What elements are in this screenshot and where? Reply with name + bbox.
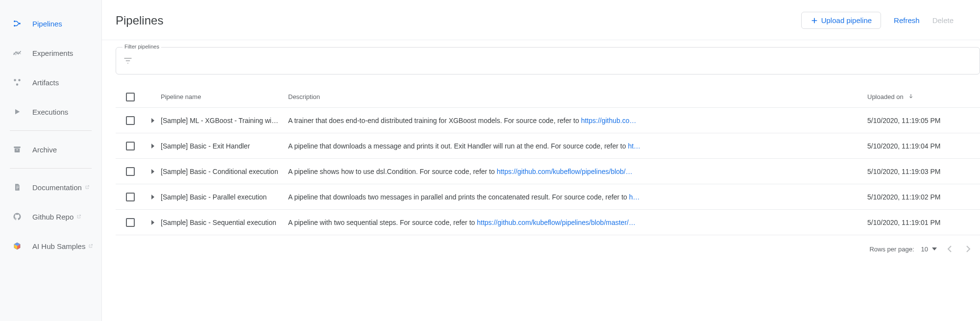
- expand-row-icon[interactable]: [151, 195, 154, 199]
- main-content: Pipelines Upload pipeline Refresh Delete…: [102, 0, 980, 321]
- table-row[interactable]: [Sample] Basic - Sequential execution A …: [116, 210, 980, 235]
- sidebar-item-label: Executions: [32, 108, 68, 116]
- chevron-left-icon: [947, 246, 952, 252]
- expand-row-icon[interactable]: [151, 220, 154, 225]
- pipeline-uploaded: 5/10/2020, 11:19:05 PM: [867, 117, 980, 124]
- svg-rect-8: [17, 149, 18, 150]
- filter-icon: [123, 57, 133, 65]
- pipeline-description: A pipeline that downloads two messages i…: [288, 193, 867, 201]
- refresh-button[interactable]: Refresh: [894, 16, 920, 25]
- table-row[interactable]: [Sample] Basic - Parallel execution A pi…: [116, 184, 980, 210]
- external-link-icon: [76, 214, 81, 219]
- svg-rect-7: [15, 148, 20, 152]
- filter-input[interactable]: [116, 47, 980, 74]
- sidebar-item-ai-hub-samples[interactable]: AI Hub Samples: [0, 231, 101, 261]
- pipelines-icon: [12, 18, 23, 29]
- sidebar-separator: [10, 168, 92, 169]
- pipeline-uploaded: 5/10/2020, 11:19:03 PM: [867, 168, 980, 175]
- pipeline-description: A pipeline shows how to use dsl.Conditio…: [288, 168, 867, 175]
- external-link-icon: [88, 244, 93, 248]
- expand-row-icon[interactable]: [151, 144, 154, 148]
- sidebar-separator: [10, 130, 92, 131]
- expand-row-icon[interactable]: [151, 118, 154, 123]
- pipeline-description: A trainer that does end-to-end distribut…: [288, 117, 867, 124]
- plus-icon: [810, 17, 818, 25]
- pipeline-name[interactable]: [Sample] Basic - Sequential execution: [161, 219, 288, 226]
- row-checkbox[interactable]: [126, 193, 135, 201]
- documentation-icon: [12, 182, 23, 193]
- sidebar: Pipelines Experiments Artifacts Executio…: [0, 0, 102, 321]
- row-checkbox[interactable]: [126, 116, 135, 125]
- rows-per-page-label: Rows per page:: [869, 246, 914, 253]
- sidebar-item-documentation[interactable]: Documentation: [0, 173, 101, 202]
- svg-rect-10: [16, 187, 19, 188]
- sidebar-item-label: Archive: [32, 146, 57, 154]
- sidebar-item-label: Artifacts: [32, 78, 59, 87]
- sidebar-item-github-repo[interactable]: Github Repo: [0, 202, 101, 231]
- rows-per-page-value: 10: [921, 246, 928, 253]
- column-uploaded[interactable]: Uploaded on: [867, 93, 980, 100]
- filter-wrap: Filter pipelines: [116, 47, 980, 74]
- sidebar-item-archive[interactable]: Archive: [0, 135, 101, 164]
- pipeline-name[interactable]: [Sample] Basic - Parallel execution: [161, 193, 288, 201]
- row-checkbox[interactable]: [126, 142, 135, 150]
- pipeline-uploaded: 5/10/2020, 11:19:04 PM: [867, 142, 980, 150]
- table-header: Pipeline name Description Uploaded on: [116, 86, 980, 108]
- table-row[interactable]: [Sample] Basic - Conditional execution A…: [116, 159, 980, 184]
- sidebar-item-label: Experiments: [32, 49, 73, 57]
- rows-per-page-select[interactable]: 10: [921, 246, 937, 253]
- prev-page-button[interactable]: [944, 243, 956, 255]
- sidebar-item-pipelines[interactable]: Pipelines: [0, 9, 101, 38]
- sidebar-item-label: Documentation: [32, 183, 82, 192]
- chevron-down-icon: [932, 247, 937, 250]
- table-row[interactable]: [Sample] Basic - Exit Handler A pipeline…: [116, 133, 980, 159]
- pipeline-uploaded: 5/10/2020, 11:19:02 PM: [867, 193, 980, 201]
- source-link[interactable]: https://github.com/kubeflow/pipelines/bl…: [477, 219, 636, 226]
- pagination: Rows per page: 10: [116, 235, 980, 263]
- sidebar-item-artifacts[interactable]: Artifacts: [0, 68, 101, 97]
- svg-point-2: [19, 23, 21, 24]
- executions-icon: [12, 106, 23, 117]
- source-link[interactable]: https://github.com/kubeflow/pipelines/bl…: [497, 168, 633, 175]
- pipeline-name[interactable]: [Sample] Basic - Exit Handler: [161, 142, 288, 150]
- github-icon: [12, 211, 23, 222]
- page-title: Pipelines: [116, 14, 801, 27]
- svg-point-0: [14, 21, 15, 22]
- pipelines-table: Pipeline name Description Uploaded on [S…: [116, 86, 980, 263]
- column-uploaded-label: Uploaded on: [867, 93, 904, 100]
- sidebar-item-label: Github Repo: [32, 213, 74, 221]
- row-checkbox[interactable]: [126, 218, 135, 227]
- pipeline-name[interactable]: [Sample] ML - XGBoost - Training wi…: [161, 117, 288, 124]
- external-link-icon: [85, 185, 90, 190]
- pipeline-uploaded: 5/10/2020, 11:19:01 PM: [867, 219, 980, 226]
- source-link[interactable]: h…: [629, 193, 640, 201]
- source-link[interactable]: ht…: [628, 142, 640, 150]
- ai-hub-icon: [12, 241, 23, 251]
- upload-pipeline-button[interactable]: Upload pipeline: [801, 12, 881, 29]
- svg-point-5: [16, 83, 19, 86]
- row-checkbox[interactable]: [126, 167, 135, 176]
- source-link[interactable]: https://github.co…: [581, 117, 637, 124]
- column-name[interactable]: Pipeline name: [161, 93, 288, 100]
- svg-rect-11: [16, 189, 18, 189]
- select-all-checkbox[interactable]: [126, 93, 135, 101]
- sidebar-item-label: Pipelines: [32, 20, 62, 28]
- column-description[interactable]: Description: [288, 93, 867, 100]
- table-row[interactable]: [Sample] ML - XGBoost - Training wi… A t…: [116, 108, 980, 133]
- upload-pipeline-label: Upload pipeline: [821, 16, 872, 25]
- pipeline-description: A pipeline that downloads a message and …: [288, 142, 867, 150]
- experiments-icon: [12, 48, 23, 58]
- svg-point-4: [18, 79, 21, 81]
- sidebar-item-experiments[interactable]: Experiments: [0, 38, 101, 68]
- expand-row-icon[interactable]: [151, 169, 154, 174]
- svg-rect-6: [14, 147, 21, 148]
- artifacts-icon: [12, 77, 23, 88]
- pipeline-name[interactable]: [Sample] Basic - Conditional execution: [161, 168, 288, 175]
- pipeline-description: A pipeline with two sequential steps. Fo…: [288, 219, 867, 226]
- next-page-button[interactable]: [962, 243, 974, 255]
- sidebar-item-executions[interactable]: Executions: [0, 97, 101, 126]
- chevron-right-icon: [966, 246, 971, 252]
- filter-label: Filter pipelines: [122, 44, 161, 49]
- sidebar-item-label: AI Hub Samples: [32, 242, 85, 250]
- topbar: Pipelines Upload pipeline Refresh Delete: [102, 0, 980, 40]
